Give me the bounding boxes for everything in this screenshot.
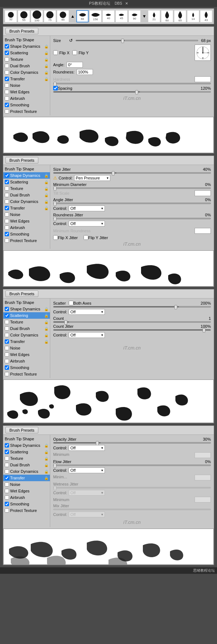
brush-thumb[interactable]: 45	[57, 10, 69, 22]
brush-thumb[interactable]: 100	[31, 10, 43, 22]
sidebar-p3-brush-tip[interactable]: Brush Tip Shape	[3, 299, 50, 306]
sidebar-p3-color-dynamics[interactable]: Color Dynamics🔒	[3, 332, 50, 338]
brush-thumb[interactable]: 45	[115, 10, 128, 22]
sidebar-p2-airbrush[interactable]: Airbrush	[3, 224, 50, 231]
sidebar-p3-smoothing[interactable]: Smoothing	[3, 364, 50, 371]
scroll-arrow[interactable]: ▲	[70, 10, 76, 22]
brush-thumb[interactable]: 43	[200, 10, 212, 22]
sidebar-p3-wet-edges[interactable]: Wet Edges	[3, 351, 50, 358]
sidebar-shape-dynamics-1[interactable]: Shape Dynamics🔒	[3, 43, 50, 50]
brush-thumb[interactable]: 40	[102, 10, 115, 22]
sidebar-p2-dual-brush[interactable]: Dual Brush🔒	[3, 192, 50, 198]
scatter-slider[interactable]	[53, 306, 211, 308]
size-jitter-slider[interactable]	[53, 172, 211, 174]
both-axes-check[interactable]	[69, 301, 73, 305]
sidebar-p2-texture[interactable]: Texture🔒	[3, 185, 50, 192]
control1-select[interactable]: Pen Pressure Off	[74, 175, 110, 181]
brush-thumb[interactable]: 75	[44, 10, 56, 22]
sidebar-p3-protect-texture[interactable]: Protect Texture	[3, 371, 50, 377]
sidebar-p3-noise[interactable]: Noise	[3, 345, 50, 351]
flip-x-jitter-check[interactable]	[53, 235, 58, 240]
sidebar-p2-protect-texture[interactable]: Protect Texture	[3, 237, 50, 244]
transfer-control2-select[interactable]: Off Pen Pressure	[69, 467, 105, 473]
brush-presets-btn-1[interactable]: Brush Presets	[5, 28, 38, 34]
count-jitter-slider[interactable]	[53, 329, 211, 331]
sidebar-p4-color-dynamics[interactable]: Color Dynamics🔒	[3, 468, 50, 475]
sidebar-p4-brush-tip[interactable]: Brush Tip Shape	[3, 436, 50, 442]
sidebar-p3-airbrush[interactable]: Airbrush	[3, 358, 50, 364]
sidebar-wet-edges-1[interactable]: Wet Edges	[3, 89, 50, 95]
flip-y-jitter-check[interactable]	[84, 235, 88, 240]
flip-x-check[interactable]	[53, 50, 58, 55]
spacing-slider[interactable]	[53, 91, 211, 93]
brush-presets-btn-2[interactable]: Brush Presets	[5, 157, 38, 164]
brush-thumb[interactable]: 32	[5, 10, 17, 22]
spacing-row: Spacing 120%	[53, 86, 211, 90]
sidebar-p2-scattering[interactable]: Scattering🔒	[3, 179, 50, 185]
hardness-slider[interactable]	[53, 83, 211, 84]
sidebar-p4-transfer[interactable]: Transfer🔒	[3, 475, 50, 481]
sidebar-brush-tip-shape-1[interactable]: Brush Tip Shape	[3, 37, 50, 43]
sidebar-p3-shape-dynamics[interactable]: Shape Dynamics🔒	[3, 306, 50, 312]
brush-thumb[interactable]: 14	[187, 10, 199, 22]
flip-y-check[interactable]	[72, 50, 77, 55]
sidebar-p2-noise[interactable]: Noise	[3, 211, 50, 218]
sidebar-p2-wet-edges[interactable]: Wet Edges	[3, 218, 50, 224]
wetness-jitter-slider	[53, 487, 211, 488]
angle-input[interactable]	[67, 62, 83, 68]
angle-jitter-slider[interactable]	[53, 203, 211, 204]
roundness-jitter-slider[interactable]	[53, 218, 211, 219]
sidebar-p4-smoothing[interactable]: Smoothing	[3, 501, 50, 507]
roundness-input[interactable]	[77, 69, 93, 75]
brush-presets-btn-4[interactable]: Brush Presets	[5, 427, 38, 433]
sidebar-p2-shape-dynamics[interactable]: Shape Dynamics🔒	[3, 172, 50, 179]
flow-jitter-slider[interactable]	[53, 465, 211, 466]
sidebar-p4-airbrush[interactable]: Airbrush	[3, 494, 50, 501]
transfer-control1-select[interactable]: Off Pen Pressure	[69, 445, 105, 451]
size-slider[interactable]	[76, 40, 198, 41]
sidebar-p2-color-dynamics[interactable]: Color Dynamics🔒	[3, 198, 50, 205]
sidebar-transfer-1[interactable]: Transfer🔒	[3, 76, 50, 82]
opacity-jitter-slider[interactable]	[53, 442, 211, 444]
sidebar-p4-shape-dynamics[interactable]: Shape Dynamics🔒	[3, 442, 50, 449]
brush-thumb[interactable]: 60	[161, 10, 173, 22]
sidebar-p3-transfer[interactable]: Transfer🔒	[3, 338, 50, 345]
sidebar-smoothing-1[interactable]: Smoothing	[3, 102, 50, 108]
brush-thumb[interactable]: 21	[148, 10, 160, 22]
sidebar-p4-dual-brush[interactable]: Dual Brush🔒	[3, 462, 50, 468]
sidebar-protect-texture-1[interactable]: Protect Texture	[3, 108, 50, 115]
control2-select[interactable]: Off Pen Pressure	[69, 206, 105, 211]
sidebar-scattering-1[interactable]: Scattering🔒	[3, 50, 50, 56]
min-diameter-slider[interactable]	[53, 187, 211, 189]
spacing-check[interactable]	[53, 86, 58, 90]
sidebar-texture-1[interactable]: Texture🔒	[3, 56, 50, 63]
sidebar-p2-brush-tip[interactable]: Brush Tip Shape	[3, 166, 50, 172]
brush-thumb[interactable]: 156	[89, 10, 102, 22]
sidebar-p2-smoothing[interactable]: Smoothing	[3, 231, 50, 237]
refresh-icon[interactable]: ↺	[69, 38, 73, 43]
scatter-control1-select[interactable]: Off Pen Pressure	[69, 309, 105, 315]
sidebar-dual-brush-1[interactable]: Dual Brush🔒	[3, 63, 50, 69]
sidebar-p3-scattering[interactable]: Scattering🔒	[3, 312, 50, 319]
panel-transfer: Brush Presets Brush Tip Shape Shape Dyna…	[3, 425, 214, 565]
sidebar-p4-noise[interactable]: Noise	[3, 481, 50, 488]
brush-thumb[interactable]: 90	[128, 10, 141, 22]
brush-thumb[interactable]: 66	[76, 10, 89, 22]
sidebar-p4-protect-texture[interactable]: Protect Texture	[3, 507, 50, 514]
sidebar-p4-wet-edges[interactable]: Wet Edges	[3, 488, 50, 494]
scroll-arrow[interactable]: ▼	[141, 10, 147, 22]
sidebar-p4-texture[interactable]: Texture🔒	[3, 455, 50, 462]
sidebar-color-dynamics-1[interactable]: Color Dynamics🔒	[3, 69, 50, 76]
sidebar-airbrush-1[interactable]: Airbrush	[3, 95, 50, 102]
control3-select[interactable]: Off Pen Pressure	[69, 221, 105, 226]
sidebar-p3-texture[interactable]: Texture🔒	[3, 319, 50, 325]
sidebar-p3-dual-brush[interactable]: Dual Brush🔒	[3, 325, 50, 332]
sidebar-p4-scattering[interactable]: Scattering🔒	[3, 449, 50, 455]
sidebar-noise-1[interactable]: Noise	[3, 82, 50, 89]
brush-thumb[interactable]: 55	[18, 10, 30, 22]
brush-thumb[interactable]: 65	[174, 10, 186, 22]
count-slider[interactable]	[53, 321, 211, 323]
sidebar-p2-transfer[interactable]: Transfer🔒	[3, 205, 50, 211]
brush-presets-btn-3[interactable]: Brush Presets	[5, 291, 38, 297]
scatter-control2-select[interactable]: Off Pen Pressure	[69, 332, 105, 338]
